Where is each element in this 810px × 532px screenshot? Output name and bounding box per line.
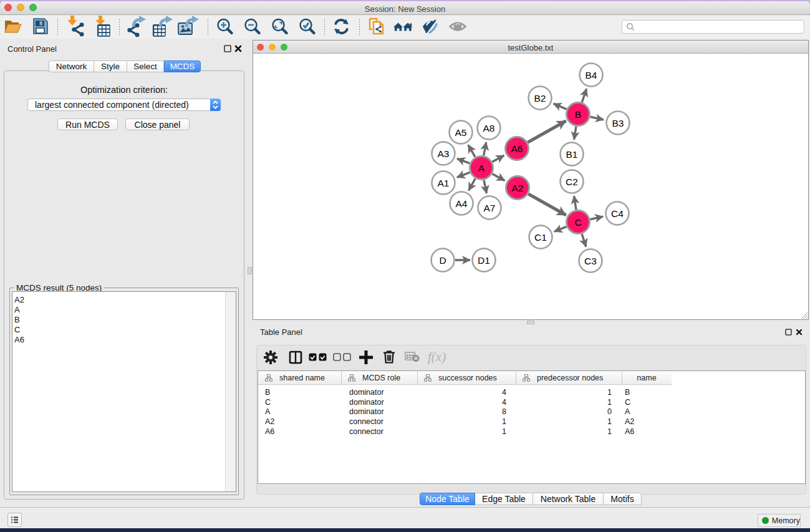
svg-text:A6: A6 (511, 143, 523, 154)
svg-text:D: D (439, 255, 446, 266)
svg-text:C4: C4 (611, 208, 624, 219)
svg-text:A4: A4 (456, 198, 468, 209)
svg-text:A3: A3 (438, 148, 450, 159)
svg-text:D1: D1 (478, 255, 490, 266)
svg-text:B1: B1 (566, 149, 578, 160)
svg-text:B: B (575, 109, 581, 120)
svg-text:A2: A2 (512, 183, 524, 193)
svg-text:A: A (478, 163, 485, 173)
svg-text:A5: A5 (455, 127, 467, 138)
svg-text:B2: B2 (534, 93, 546, 104)
svg-text:C3: C3 (584, 256, 597, 266)
svg-text:A1: A1 (438, 178, 450, 188)
svg-text:C1: C1 (534, 232, 547, 243)
svg-text:B4: B4 (586, 70, 597, 80)
svg-text:A7: A7 (484, 203, 496, 213)
svg-text:B3: B3 (612, 118, 624, 128)
svg-text:C: C (574, 217, 581, 228)
svg-text:A8: A8 (483, 123, 495, 133)
svg-text:C2: C2 (566, 177, 578, 187)
